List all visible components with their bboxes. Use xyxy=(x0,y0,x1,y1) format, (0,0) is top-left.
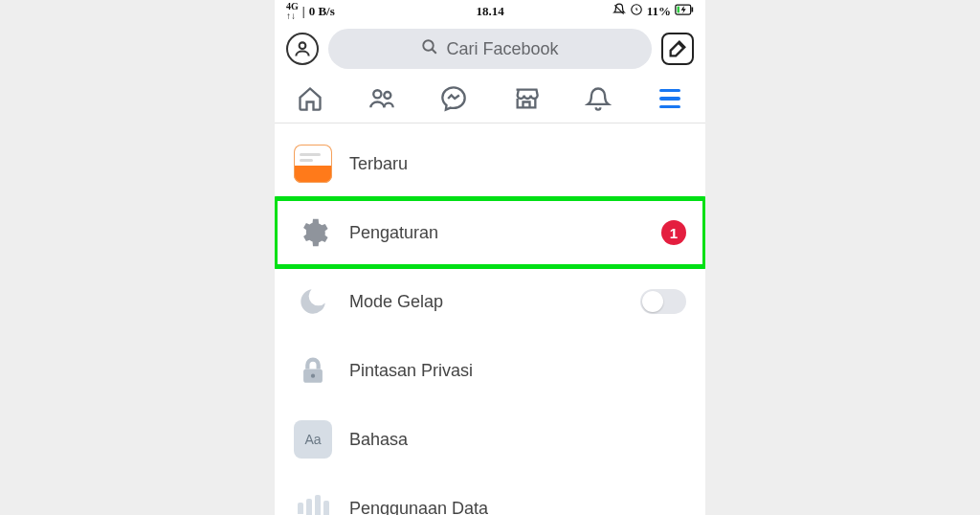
tab-marketplace[interactable] xyxy=(512,84,541,113)
menu-item-label: Mode Gelap xyxy=(349,292,623,312)
menu-item-data-usage[interactable]: Penggunaan Data xyxy=(275,474,705,515)
language-icon: Aa xyxy=(294,420,332,459)
network-icon: 4G↑↓ xyxy=(286,2,299,21)
notification-badge: 1 xyxy=(661,220,686,245)
gear-icon xyxy=(294,213,332,252)
menu-item-privacy[interactable]: Pintasan Privasi xyxy=(275,336,705,405)
lock-icon xyxy=(294,351,332,390)
tab-menu[interactable] xyxy=(656,84,684,113)
menu-item-label: Bahasa xyxy=(349,430,686,450)
recent-icon xyxy=(294,145,332,183)
battery-charging-icon xyxy=(675,4,694,19)
alarm-off-icon xyxy=(612,3,626,20)
network-speed: 0 B/s xyxy=(309,4,335,19)
menu-item-recent[interactable]: Terbaru xyxy=(275,129,705,198)
dark-mode-toggle[interactable] xyxy=(640,289,686,314)
profile-avatar[interactable] xyxy=(286,33,319,65)
svg-rect-3 xyxy=(692,8,694,12)
tab-notifications[interactable] xyxy=(584,84,612,113)
svg-line-7 xyxy=(433,49,437,54)
menu-list: Terbaru Pengaturan 1 Mode Gelap Pintasan… xyxy=(275,123,705,515)
bars-icon xyxy=(294,489,332,515)
moon-icon xyxy=(294,282,332,321)
search-icon xyxy=(421,38,438,60)
compose-button[interactable] xyxy=(661,33,694,65)
menu-item-label: Penggunaan Data xyxy=(349,499,686,516)
tab-home[interactable] xyxy=(296,84,324,113)
app-header: Cari Facebook xyxy=(275,23,705,78)
svg-rect-4 xyxy=(678,7,680,13)
search-placeholder: Cari Facebook xyxy=(446,39,558,59)
search-field[interactable]: Cari Facebook xyxy=(328,29,652,69)
phone-frame: 4G↑↓ | 0 B/s 18.14 11% Cari Faceb xyxy=(275,0,705,515)
battery-percent: 11% xyxy=(647,4,671,19)
svg-point-5 xyxy=(300,42,306,49)
svg-point-9 xyxy=(385,92,391,99)
svg-point-11 xyxy=(311,374,315,378)
menu-item-language[interactable]: Aa Bahasa xyxy=(275,405,705,474)
menu-item-label: Pintasan Privasi xyxy=(349,361,686,381)
menu-item-dark-mode[interactable]: Mode Gelap xyxy=(275,267,705,336)
tab-messenger[interactable] xyxy=(439,84,468,113)
svg-point-6 xyxy=(424,40,434,51)
nav-tabs xyxy=(275,78,705,123)
menu-item-settings[interactable]: Pengaturan 1 xyxy=(275,198,705,267)
menu-item-label: Terbaru xyxy=(349,154,686,174)
tab-friends[interactable] xyxy=(368,84,396,113)
svg-point-8 xyxy=(373,90,381,98)
menu-item-label: Pengaturan xyxy=(349,223,644,243)
status-bar: 4G↑↓ | 0 B/s 18.14 11% xyxy=(275,0,705,23)
rotation-lock-icon xyxy=(630,3,643,20)
hamburger-icon xyxy=(659,89,680,109)
